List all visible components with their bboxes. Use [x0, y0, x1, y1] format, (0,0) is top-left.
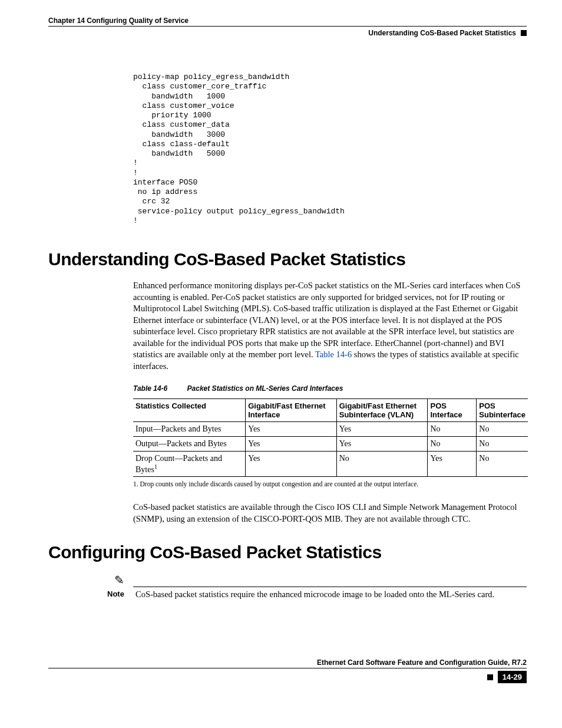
note-icon: ✎	[114, 574, 124, 587]
header-marker	[521, 30, 527, 36]
footer-marker	[487, 674, 493, 680]
col-header: POS Subinterface	[477, 398, 528, 421]
cell: No	[477, 451, 528, 477]
cell: Yes	[336, 436, 428, 451]
table-header-row: Statistics Collected Gigabit/Fast Ethern…	[133, 398, 528, 421]
note-text: CoS-based packet statistics require the …	[135, 589, 527, 599]
cell: Drop Count—Packets and Bytes1	[133, 451, 246, 477]
table-reference-link[interactable]: Table 14-6	[315, 350, 352, 359]
table-row: Input—Packets and Bytes Yes Yes No No	[133, 421, 528, 436]
paragraph: CoS-based packet statistics are availabl…	[133, 502, 527, 525]
cell: No	[428, 421, 477, 436]
cell: Yes	[246, 451, 337, 477]
table-id: Table 14-6	[133, 384, 167, 393]
col-header: POS Interface	[428, 398, 477, 421]
col-header: Gigabit/Fast Ethernet Interface	[246, 398, 337, 421]
table-row: Output—Packets and Bytes Yes Yes No No	[133, 436, 528, 451]
footnote-marker: 1	[154, 463, 157, 470]
table-title: Packet Statistics on ML-Series Card Inte…	[187, 384, 343, 393]
col-header: Statistics Collected	[133, 398, 246, 421]
running-section-header: Understanding CoS-Based Packet Statistic…	[368, 29, 516, 37]
cell: No	[477, 421, 528, 436]
section-title-understanding: Understanding CoS-Based Packet Statistic…	[48, 249, 527, 269]
cell: Yes	[246, 421, 337, 436]
cell: Yes	[336, 421, 428, 436]
page-number: 14-29	[498, 671, 527, 683]
cell: Input—Packets and Bytes	[133, 421, 246, 436]
table-footnote: 1. Drop counts only include discards cau…	[133, 480, 527, 487]
statistics-table: Statistics Collected Gigabit/Fast Ethern…	[133, 398, 528, 477]
table-row: Drop Count—Packets and Bytes1 Yes No Yes…	[133, 451, 528, 477]
cell: No	[428, 436, 477, 451]
paragraph: Enhanced performance monitoring displays…	[133, 280, 527, 373]
footer-doc-title: Ethernet Card Software Feature and Confi…	[48, 658, 527, 668]
cell: Yes	[428, 451, 477, 477]
chapter-header: Chapter 14 Configuring Quality of Servic…	[48, 17, 527, 27]
paragraph-text: Enhanced performance monitoring displays…	[133, 281, 520, 359]
col-header: Gigabit/Fast Ethernet Subinterface (VLAN…	[336, 398, 428, 421]
cell: Yes	[246, 436, 337, 451]
cell: No	[477, 436, 528, 451]
section-title-configuring: Configuring CoS-Based Packet Statistics	[48, 542, 527, 562]
cell: Output—Packets and Bytes	[133, 436, 246, 451]
note-label: Note	[105, 589, 135, 599]
table-caption: Table 14-6 Packet Statistics on ML-Serie…	[133, 384, 527, 393]
code-block: policy-map policy_egress_bandwidth class…	[133, 73, 527, 226]
cell: No	[336, 451, 428, 477]
